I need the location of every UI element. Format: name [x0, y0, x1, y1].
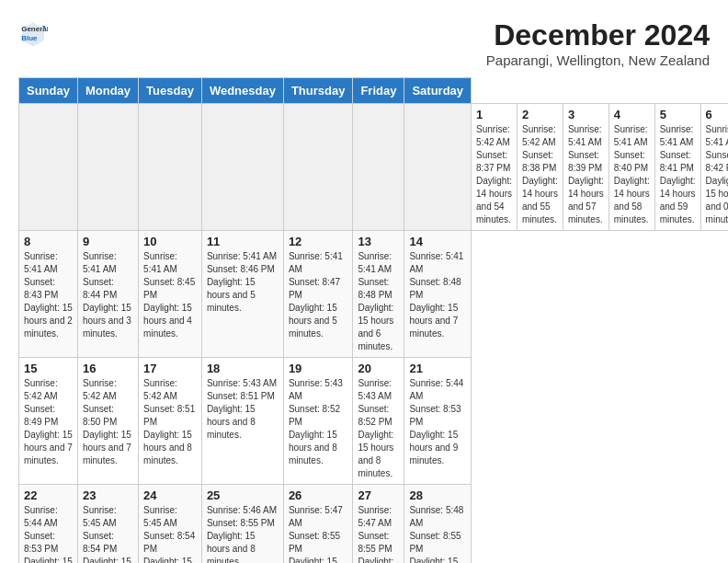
- calendar-cell: 28Sunrise: 5:48 AM Sunset: 8:55 PM Dayli…: [404, 485, 472, 564]
- calendar-cell: 9Sunrise: 5:41 AM Sunset: 8:44 PM Daylig…: [77, 231, 138, 358]
- calendar-cell: [404, 104, 472, 231]
- calendar-week-1: 1Sunrise: 5:42 AM Sunset: 8:37 PM Daylig…: [19, 104, 729, 231]
- page-subtitle: Paparangi, Wellington, New Zealand: [486, 52, 710, 68]
- day-number: 16: [83, 362, 133, 375]
- day-header-friday: Friday: [353, 78, 404, 104]
- day-info: Sunrise: 5:42 AM Sunset: 8:38 PM Dayligh…: [522, 123, 558, 226]
- calendar-cell: [201, 104, 283, 231]
- day-header-monday: Monday: [77, 78, 138, 104]
- day-info: Sunrise: 5:47 AM Sunset: 8:55 PM Dayligh…: [289, 504, 348, 563]
- day-info: Sunrise: 5:43 AM Sunset: 8:52 PM Dayligh…: [358, 377, 399, 480]
- day-number: 20: [358, 362, 399, 375]
- day-number: 6: [706, 108, 728, 121]
- calendar-cell: 3Sunrise: 5:41 AM Sunset: 8:39 PM Daylig…: [563, 104, 609, 231]
- calendar-cell: [353, 104, 404, 231]
- calendar-cell: 20Sunrise: 5:43 AM Sunset: 8:52 PM Dayli…: [353, 358, 404, 485]
- day-number: 12: [289, 235, 348, 248]
- day-number: 22: [24, 488, 73, 502]
- page-header: General Blue December 2024 Paparangi, We…: [18, 18, 710, 68]
- day-number: 4: [614, 108, 650, 121]
- title-block: December 2024 Paparangi, Wellington, New…: [486, 18, 710, 68]
- calendar-cell: 18Sunrise: 5:43 AM Sunset: 8:51 PM Dayli…: [201, 358, 283, 485]
- day-number: 5: [660, 108, 696, 121]
- day-number: 15: [24, 362, 73, 375]
- day-info: Sunrise: 5:41 AM Sunset: 8:46 PM Dayligh…: [207, 250, 279, 315]
- calendar-week-4: 22Sunrise: 5:44 AM Sunset: 8:53 PM Dayli…: [19, 485, 729, 564]
- day-number: 27: [358, 488, 399, 502]
- day-header-wednesday: Wednesday: [201, 78, 283, 104]
- day-info: Sunrise: 5:42 AM Sunset: 8:50 PM Dayligh…: [83, 377, 133, 467]
- day-info: Sunrise: 5:41 AM Sunset: 8:41 PM Dayligh…: [660, 123, 696, 226]
- day-info: Sunrise: 5:41 AM Sunset: 8:39 PM Dayligh…: [568, 123, 604, 226]
- day-header-thursday: Thursday: [283, 78, 353, 104]
- calendar-cell: 11Sunrise: 5:41 AM Sunset: 8:46 PM Dayli…: [201, 231, 283, 358]
- day-number: 24: [143, 488, 197, 502]
- calendar-cell: 10Sunrise: 5:41 AM Sunset: 8:45 PM Dayli…: [139, 231, 202, 358]
- calendar-cell: 6Sunrise: 5:41 AM Sunset: 8:42 PM Daylig…: [700, 104, 728, 231]
- day-info: Sunrise: 5:41 AM Sunset: 8:44 PM Dayligh…: [83, 250, 133, 340]
- calendar-cell: 14Sunrise: 5:41 AM Sunset: 8:48 PM Dayli…: [404, 231, 472, 358]
- day-number: 26: [289, 488, 348, 502]
- day-info: Sunrise: 5:43 AM Sunset: 8:52 PM Dayligh…: [289, 377, 348, 467]
- day-info: Sunrise: 5:45 AM Sunset: 8:54 PM Dayligh…: [143, 504, 197, 563]
- day-info: Sunrise: 5:42 AM Sunset: 8:51 PM Dayligh…: [143, 377, 197, 467]
- calendar-cell: [19, 104, 78, 231]
- day-number: 2: [522, 108, 558, 121]
- svg-text:Blue: Blue: [21, 34, 38, 42]
- calendar-cell: 16Sunrise: 5:42 AM Sunset: 8:50 PM Dayli…: [77, 358, 138, 485]
- day-number: 17: [143, 362, 197, 375]
- day-number: 8: [24, 235, 73, 248]
- day-info: Sunrise: 5:41 AM Sunset: 8:48 PM Dayligh…: [358, 250, 399, 353]
- calendar-cell: [77, 104, 138, 231]
- calendar-cell: 1Sunrise: 5:42 AM Sunset: 8:37 PM Daylig…: [472, 104, 518, 231]
- calendar-cell: 19Sunrise: 5:43 AM Sunset: 8:52 PM Dayli…: [283, 358, 353, 485]
- calendar-week-3: 15Sunrise: 5:42 AM Sunset: 8:49 PM Dayli…: [19, 358, 729, 485]
- day-info: Sunrise: 5:43 AM Sunset: 8:51 PM Dayligh…: [207, 377, 279, 442]
- calendar-cell: 23Sunrise: 5:45 AM Sunset: 8:54 PM Dayli…: [77, 485, 138, 564]
- calendar-cell: 8Sunrise: 5:41 AM Sunset: 8:43 PM Daylig…: [19, 231, 78, 358]
- day-number: 10: [143, 235, 197, 248]
- day-info: Sunrise: 5:44 AM Sunset: 8:53 PM Dayligh…: [24, 504, 73, 563]
- calendar-cell: 5Sunrise: 5:41 AM Sunset: 8:41 PM Daylig…: [654, 104, 700, 231]
- calendar-header: SundayMondayTuesdayWednesdayThursdayFrid…: [19, 78, 729, 104]
- calendar-cell: 13Sunrise: 5:41 AM Sunset: 8:48 PM Dayli…: [353, 231, 404, 358]
- day-info: Sunrise: 5:41 AM Sunset: 8:45 PM Dayligh…: [143, 250, 197, 340]
- calendar-cell: 4Sunrise: 5:41 AM Sunset: 8:40 PM Daylig…: [609, 104, 654, 231]
- calendar-cell: 12Sunrise: 5:41 AM Sunset: 8:47 PM Dayli…: [283, 231, 353, 358]
- calendar-cell: 22Sunrise: 5:44 AM Sunset: 8:53 PM Dayli…: [19, 485, 78, 564]
- day-header-sunday: Sunday: [19, 78, 78, 104]
- calendar-cell: 25Sunrise: 5:46 AM Sunset: 8:55 PM Dayli…: [201, 485, 283, 564]
- day-number: 14: [409, 235, 466, 248]
- day-number: 21: [409, 362, 466, 375]
- calendar-cell: 17Sunrise: 5:42 AM Sunset: 8:51 PM Dayli…: [139, 358, 202, 485]
- day-info: Sunrise: 5:42 AM Sunset: 8:49 PM Dayligh…: [24, 377, 73, 467]
- calendar-table: SundayMondayTuesdayWednesdayThursdayFrid…: [18, 77, 728, 563]
- day-number: 25: [207, 488, 279, 502]
- calendar-cell: 26Sunrise: 5:47 AM Sunset: 8:55 PM Dayli…: [283, 485, 353, 564]
- day-info: Sunrise: 5:41 AM Sunset: 8:47 PM Dayligh…: [289, 250, 348, 340]
- calendar-cell: [139, 104, 202, 231]
- day-number: 28: [409, 488, 466, 502]
- logo: General Blue: [18, 18, 48, 48]
- calendar-cell: 27Sunrise: 5:47 AM Sunset: 8:55 PM Dayli…: [353, 485, 404, 564]
- calendar-cell: 2Sunrise: 5:42 AM Sunset: 8:38 PM Daylig…: [517, 104, 563, 231]
- day-info: Sunrise: 5:45 AM Sunset: 8:54 PM Dayligh…: [83, 504, 133, 563]
- calendar-cell: 24Sunrise: 5:45 AM Sunset: 8:54 PM Dayli…: [139, 485, 202, 564]
- day-info: Sunrise: 5:42 AM Sunset: 8:37 PM Dayligh…: [476, 123, 512, 226]
- calendar-body: 1Sunrise: 5:42 AM Sunset: 8:37 PM Daylig…: [19, 104, 729, 564]
- calendar-cell: 21Sunrise: 5:44 AM Sunset: 8:53 PM Dayli…: [404, 358, 472, 485]
- day-info: Sunrise: 5:48 AM Sunset: 8:55 PM Dayligh…: [409, 504, 466, 563]
- day-header-tuesday: Tuesday: [139, 78, 202, 104]
- day-info: Sunrise: 5:41 AM Sunset: 8:42 PM Dayligh…: [706, 123, 728, 226]
- day-number: 19: [289, 362, 348, 375]
- calendar-cell: 15Sunrise: 5:42 AM Sunset: 8:49 PM Dayli…: [19, 358, 78, 485]
- day-number: 9: [83, 235, 133, 248]
- day-number: 1: [476, 108, 512, 121]
- calendar-cell: [283, 104, 353, 231]
- logo-icon: General Blue: [18, 18, 48, 48]
- day-info: Sunrise: 5:41 AM Sunset: 8:43 PM Dayligh…: [24, 250, 73, 340]
- day-number: 23: [83, 488, 133, 502]
- calendar-week-2: 8Sunrise: 5:41 AM Sunset: 8:43 PM Daylig…: [19, 231, 729, 358]
- day-number: 13: [358, 235, 399, 248]
- day-number: 18: [207, 362, 279, 375]
